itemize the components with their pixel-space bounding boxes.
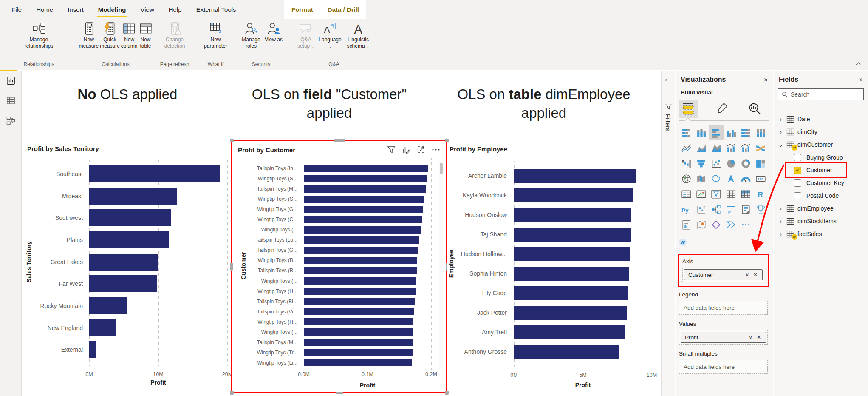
bar-great-lakes[interactable] [89,254,158,271]
drag-handle[interactable] [334,139,345,142]
line-chart-icon[interactable] [679,140,694,156]
smart-narrative-icon[interactable] [738,202,753,217]
bar-tailspin-toys-m[interactable] [304,185,426,193]
line-and-stacked-column-chart-icon[interactable] [724,140,738,156]
bar-wingtip-toys[interactable] [304,328,413,336]
chevron-right-icon[interactable]: › [778,128,783,135]
bar-wingtip-toys-s[interactable] [304,196,424,203]
gauge-icon[interactable] [738,171,753,186]
field-table-dimstockitems[interactable]: ›dimStockItems [774,215,868,228]
bar-wingtip-toys[interactable] [304,226,421,234]
bar-hudson-hollinw[interactable] [514,247,630,261]
decomposition-tree-icon[interactable] [709,202,724,217]
expand-pane-chevron-icon[interactable]: ‹ [665,76,667,83]
field-item-postal-code[interactable]: Postal Code [774,189,868,202]
bar-taj-shand[interactable] [514,228,631,242]
donut-chart-icon[interactable] [738,156,753,171]
edit-chart-icon[interactable] [402,145,410,154]
bar-plains[interactable] [89,231,169,248]
ribbon-tab-home[interactable]: Home [29,0,60,19]
azure-map-icon[interactable] [724,171,738,186]
linguistic-schema-button[interactable]: ALinguistic schema ⌄ [344,22,372,49]
bar-wingtip-toys[interactable] [304,277,416,285]
bar-wingtip-toys-h[interactable] [304,288,416,295]
resize-handle-se[interactable] [445,391,449,395]
resize-handle-left[interactable] [230,263,233,271]
bar-wingtip-toys-c[interactable] [304,216,422,223]
bar-archer-lamble[interactable] [514,169,636,183]
field-table-dimcustomer[interactable]: ⌄dimCustomer [774,138,868,151]
matrix-icon[interactable] [738,186,753,202]
remove-field-icon[interactable]: ✕ [755,334,763,340]
ribbon-tab-external-tools[interactable]: External Tools [189,0,243,19]
arcgis-map-icon[interactable] [694,217,709,232]
model-view-icon[interactable] [0,111,22,131]
ribbon-tab-insert[interactable]: Insert [60,0,91,19]
language-button[interactable]: ALanguage ⌄ [317,22,343,49]
ribbon-tab-view[interactable]: View [133,0,161,19]
100-stacked-bar-chart-icon[interactable] [738,125,753,140]
field-item-customer-key[interactable]: Customer Key [774,177,868,189]
bar-rocky-mountain[interactable] [89,297,127,314]
report-view-icon[interactable] [0,71,22,91]
empty-well-dropzone[interactable]: Add data fields here [679,360,768,374]
multi-row-card-icon[interactable] [679,186,694,202]
ribbon-collapse-chevron-icon[interactable] [855,62,861,66]
chevron-down-icon[interactable]: ⌄ [778,141,783,148]
tab-format-visual[interactable] [712,100,731,118]
visual-profit-by-sales-territory[interactable]: Profit by Sales TerritorySales Territory… [24,142,238,390]
new-measure-button[interactable]: New measure [79,22,99,49]
visual-profit-by-employee[interactable]: Profit by EmployeeEmployee Archer Lamble… [447,142,659,390]
collapse-pane-double-chevron-icon[interactable]: » [764,76,768,83]
chevron-down-icon[interactable]: ∨ [743,272,751,278]
chevron-down-icon[interactable]: ∨ [746,334,755,340]
filter-icon[interactable] [387,145,396,154]
bar-wingtip-toys-tr[interactable] [304,349,413,356]
bar-tailspin-toys-bi[interactable] [304,298,415,305]
search-input[interactable] [791,91,868,98]
bar-wingtip-toys-g[interactable] [304,206,423,213]
chevron-right-icon[interactable]: › [778,205,783,212]
metrics-icon[interactable] [753,202,768,217]
bar-wingtip-toys-h[interactable] [304,318,413,325]
bar-external[interactable] [89,341,96,358]
bar-lily-code[interactable] [514,286,628,300]
checkbox-customer[interactable]: ✓ [794,167,801,174]
kpi-icon[interactable] [694,186,709,202]
new-table-button[interactable]: New table [139,22,153,49]
bar-jack-potter[interactable] [514,306,627,320]
map-icon[interactable] [679,171,694,186]
qa-visual-icon[interactable] [724,202,738,217]
field-item-buying-group[interactable]: Buying Group [774,151,868,164]
resize-handle-bottom[interactable] [336,392,343,394]
slicer-icon[interactable] [709,186,724,202]
funnel-chart-icon[interactable] [694,156,709,171]
bar-wingtip-toys-li[interactable] [304,359,412,366]
paginated-report-icon[interactable] [679,217,694,232]
stacked-bar-chart-icon[interactable] [679,125,694,140]
stacked-column-chart-icon[interactable] [694,125,709,140]
bar-southeast[interactable] [89,165,220,182]
stacked-area-chart-icon[interactable] [709,140,724,156]
bar-new-england[interactable] [89,319,116,336]
bar-far-west[interactable] [89,275,157,292]
ribbon-tab-modeling[interactable]: Modeling [91,0,133,19]
search-box[interactable] [778,88,864,100]
clustered-bar-chart-icon[interactable] [709,125,724,140]
checkbox-buying-group[interactable] [794,154,801,161]
view-as-button[interactable]: View as [264,22,283,43]
100-stacked-column-chart-icon[interactable] [753,125,768,140]
tab-analytics[interactable] [746,100,764,118]
chevron-right-icon[interactable]: › [778,231,783,237]
field-table-dimemployee[interactable]: ›dimEmployee [774,202,868,215]
remove-field-icon[interactable]: ✕ [751,272,760,278]
quick-measure-button[interactable]: Quick measure [100,22,120,49]
ribbon-chart-icon[interactable] [753,140,768,156]
resize-handle-sw[interactable] [230,391,234,395]
card-icon[interactable]: 123 [753,171,768,186]
shape-map-icon[interactable] [709,171,724,186]
bar-tailspin-toys-m[interactable] [304,339,413,346]
ribbon-tab-help[interactable]: Help [161,0,189,19]
bar-wingtip-toys-b[interactable] [304,257,417,264]
new-parameter-button[interactable]: ?New parameter [201,22,231,49]
